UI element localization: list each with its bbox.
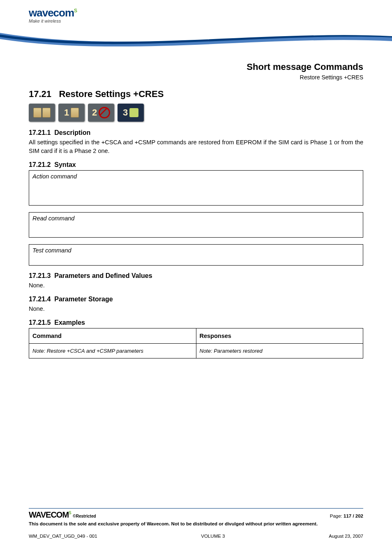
storage-body: None.: [29, 305, 363, 313]
footer-brand-wrap: WAVECOMS ©Restricted: [29, 510, 96, 520]
heading-text: Restore Settings +CRES: [59, 89, 164, 99]
storage-num: 17.21.4: [29, 296, 51, 303]
heading-number: 17.21: [29, 89, 51, 99]
footer-restricted: ©Restricted: [73, 514, 96, 518]
sim-phase1-icon: 1: [58, 104, 85, 122]
footer: WAVECOMS ©Restricted Page: 117 / 202 Thi…: [29, 508, 363, 539]
page-subsection-title: Restore Settings +CRES: [29, 74, 363, 81]
syntax-title: Syntax: [54, 161, 76, 168]
params-heading: 17.21.3 Parameters and Defined Values: [29, 272, 363, 280]
table-header-row: Command Responses: [29, 328, 363, 344]
table-row: Note: Restore +CSCA and +CSMP parameters…: [29, 344, 363, 358]
desc-num: 17.21.1: [29, 129, 51, 136]
params-num: 17.21.3: [29, 272, 51, 279]
footer-volume: VOLUME 3: [201, 534, 225, 539]
action-command-box: Action command: [29, 170, 363, 206]
examples-table: Command Responses Note: Restore +CSCA an…: [29, 328, 363, 358]
footer-brand-text: WAVECOM: [29, 510, 69, 519]
col-command: Command: [29, 328, 196, 344]
footer-legal: This document is the sole and exclusive …: [29, 521, 363, 526]
brand-swirl-icon: S: [74, 8, 77, 14]
page-section-title: Short message Commands: [29, 62, 363, 72]
desc-title: Description: [54, 129, 90, 136]
examples-num: 17.21.5: [29, 319, 51, 326]
cell-response-note: Note: Parameters restored: [196, 344, 363, 358]
examples-heading: 17.21.5 Examples: [29, 319, 363, 326]
header: wavecomS Make it wireless: [0, 0, 392, 58]
description-body: All settings specified in the +CSCA and …: [29, 138, 363, 155]
sim-icon: [29, 104, 55, 122]
brand-logo: wavecomS Make it wireless: [29, 7, 77, 23]
section-heading: 17.21 Restore Settings +CRES: [29, 89, 363, 99]
test-command-box: Test command: [29, 244, 363, 266]
footer-brand: WAVECOMS: [29, 510, 73, 519]
params-body: None.: [29, 281, 363, 290]
footer-page-num: 117 / 202: [344, 513, 363, 518]
footer-page: Page: 117 / 202: [330, 513, 363, 518]
footer-line-1: WAVECOMS ©Restricted Page: 117 / 202: [29, 510, 363, 520]
description-heading: 17.21.1 Description: [29, 129, 363, 136]
test-command-label: Test command: [32, 247, 360, 254]
puzzle-3-icon: 3: [118, 104, 144, 122]
cell-command-note: Note: Restore +CSCA and +CSMP parameters: [29, 344, 196, 358]
storage-heading: 17.21.4 Parameter Storage: [29, 296, 363, 303]
action-command-label: Action command: [32, 173, 360, 180]
read-command-label: Read command: [32, 215, 360, 222]
footer-meta: WM_DEV_OAT_UGD_049 - 001 VOLUME 3 August…: [29, 534, 363, 539]
syntax-heading: 17.21.2 Syntax: [29, 161, 363, 169]
icon-strip: 1 2 3: [29, 104, 363, 122]
sim-phase2-no-icon: 2: [88, 104, 114, 122]
footer-page-label: Page:: [330, 513, 344, 518]
header-swoosh: [0, 29, 392, 53]
syntax-num: 17.21.2: [29, 161, 51, 168]
read-command-box: Read command: [29, 212, 363, 238]
params-title: Parameters and Defined Values: [54, 272, 152, 279]
brand-tagline: Make it wireless: [29, 19, 77, 23]
footer-swirl-icon: S: [69, 511, 71, 515]
footer-date: August 23, 2007: [329, 534, 363, 539]
brand-name: wavecomS: [29, 7, 77, 18]
brand-name-text: wavecom: [29, 7, 74, 19]
footer-docid: WM_DEV_OAT_UGD_049 - 001: [29, 534, 97, 539]
storage-title: Parameter Storage: [54, 296, 113, 303]
col-responses: Responses: [196, 328, 363, 344]
footer-divider: [29, 508, 363, 509]
examples-title: Examples: [54, 319, 85, 326]
